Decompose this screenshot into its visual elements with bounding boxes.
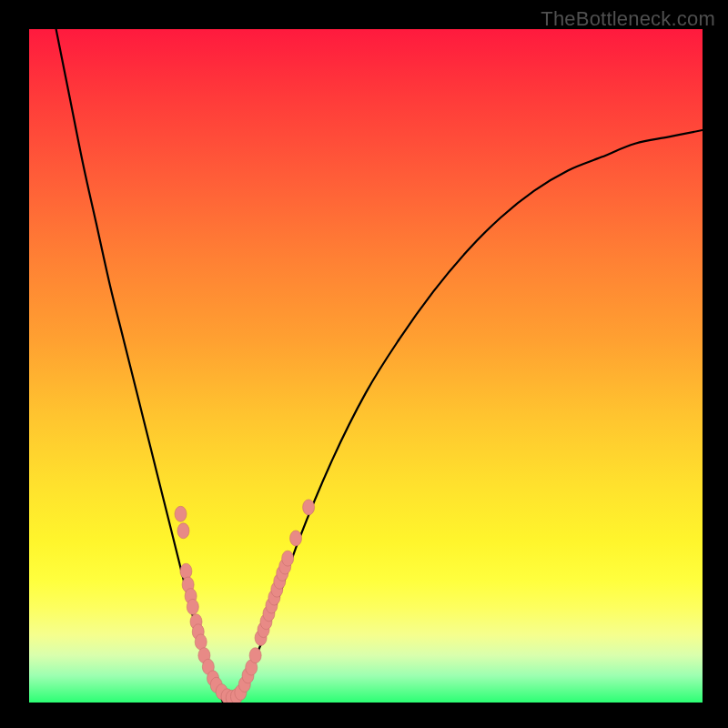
bottleneck-curve [56,29,703,703]
bead-marker [282,551,294,566]
bead-marker [187,599,198,614]
bead-marker [177,523,189,539]
chart-svg [29,29,703,703]
bead-marker [195,634,207,650]
bead-marker [290,531,302,546]
bead-marker [303,500,315,515]
bead-cluster [175,500,315,703]
bead-marker [180,563,192,579]
outer-frame: TheBottleneck.com [0,0,728,728]
bead-marker [249,648,261,663]
bead-marker [175,506,187,521]
plot-area [29,29,703,703]
watermark-text: TheBottleneck.com [541,7,715,31]
